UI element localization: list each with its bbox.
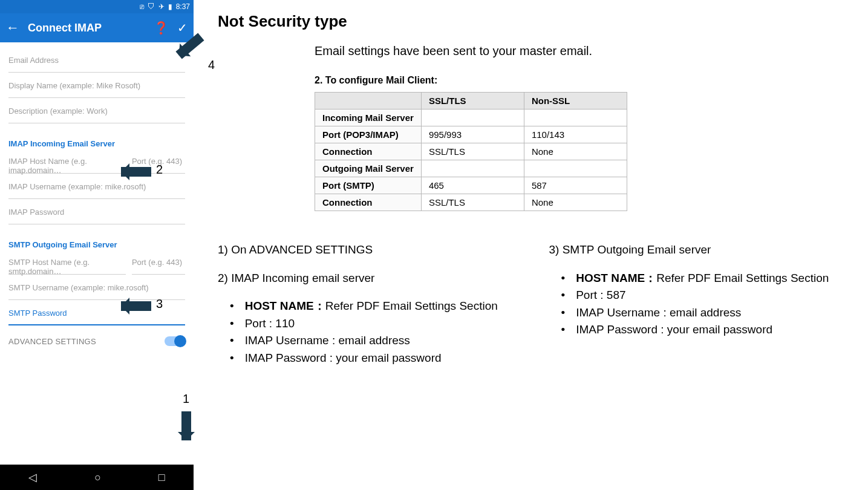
app-bar: ← Connect IMAP ❓ ✓ xyxy=(0,13,194,42)
instructions-right: 3) SMTP Outgoing Email server HOST NAME：… xyxy=(549,241,863,367)
nav-back-icon[interactable]: ◁ xyxy=(28,471,37,484)
row-label: Port (POP3/IMAP) xyxy=(315,126,422,143)
row-nonssl: 110/143 xyxy=(524,126,627,143)
table-row: Outgoing Mail Server xyxy=(315,160,627,177)
list-item: IMAP Username : email address xyxy=(230,332,531,350)
row-ssl: SSL/TLS xyxy=(421,194,524,211)
smtp-section-label: SMTP Outgoing Email Server xyxy=(8,240,185,249)
instructions-left: 1) On ADVANCED SETTINGS 2) IMAP Incoming… xyxy=(218,241,531,367)
list-item: HOST NAME：Refer PDF Email Settings Secti… xyxy=(561,270,863,287)
annot-num-1: 1 xyxy=(183,392,189,406)
table-row: Incoming Mail Server xyxy=(315,109,627,126)
step-3: 3) SMTP Outgoing Email server xyxy=(549,241,863,259)
list-item: IMAP Password : your email password xyxy=(230,350,531,367)
row-ssl: SSL/TLS xyxy=(421,143,524,160)
annot-num-4: 4 xyxy=(208,58,215,72)
imap-password-field[interactable]: IMAP Password xyxy=(8,199,185,224)
table-row: Port (SMTP)465587 xyxy=(315,177,627,194)
th-ssl: SSL/TLS xyxy=(421,93,524,109)
list-item: Port : 110 xyxy=(230,315,531,333)
row-nonssl: 587 xyxy=(524,177,627,194)
doc-body: Not Security type Email settings have be… xyxy=(218,12,862,367)
nav-recent-icon[interactable]: □ xyxy=(158,471,165,484)
android-phone-mock: ⎚ ⛉ ✈ ▮ 8:37 ← Connect IMAP ❓ ✓ Email Ad… xyxy=(0,0,194,490)
step-2: 2) IMAP Incoming email server xyxy=(218,270,531,287)
annot-num-2: 2 xyxy=(156,163,163,177)
row-nonssl xyxy=(524,109,627,126)
th-nonssl: Non-SSL xyxy=(524,93,627,109)
row-label: Incoming Mail Server xyxy=(315,109,422,126)
row-ssl: 995/993 xyxy=(421,126,524,143)
airplane-icon: ✈ xyxy=(158,2,165,11)
row-nonssl: None xyxy=(524,143,627,160)
row-ssl xyxy=(421,160,524,177)
row-label: Port (SMTP) xyxy=(315,177,422,194)
list-item: IMAP Username : email address xyxy=(561,304,863,322)
config-title: 2. To configure Mail Client: xyxy=(315,75,862,86)
right-bullets: HOST NAME：Refer PDF Email Settings Secti… xyxy=(549,270,863,339)
imap-section-label: IMAP Incoming Email Server xyxy=(8,139,185,148)
doc-subtitle: Email settings have been sent to your ma… xyxy=(315,44,862,58)
row-label: Outgoing Mail Server xyxy=(315,160,422,177)
row-nonssl: None xyxy=(524,194,627,211)
annot-num-3: 3 xyxy=(156,297,163,311)
email-field[interactable]: Email Address xyxy=(8,47,185,73)
table-row: Port (POP3/IMAP)995/993110/143 xyxy=(315,126,627,143)
advanced-settings-label: ADVANCED SETTINGS xyxy=(8,337,96,346)
status-bar: ⎚ ⛉ ✈ ▮ 8:37 xyxy=(0,0,194,13)
step-1: 1) On ADVANCED SETTINGS xyxy=(218,241,531,259)
confirm-icon[interactable]: ✓ xyxy=(177,21,188,35)
table-row: ConnectionSSL/TLSNone xyxy=(315,194,627,211)
row-nonssl xyxy=(524,160,627,177)
annot-arrow-3 xyxy=(121,301,151,311)
back-icon[interactable]: ← xyxy=(6,20,19,36)
row-ssl xyxy=(421,109,524,126)
cast-icon: ⎚ xyxy=(140,2,144,11)
description-field[interactable]: Description (example: Work) xyxy=(8,98,185,123)
page-title: Connect IMAP xyxy=(28,22,145,34)
android-nav-bar: ◁ ○ □ xyxy=(0,465,194,490)
imap-username-field[interactable]: IMAP Username (example: mike.rosoft) xyxy=(8,174,185,199)
th-blank xyxy=(315,93,422,109)
smtp-port-field[interactable]: Port (e.g. 443) xyxy=(132,249,185,275)
row-label: Connection xyxy=(315,194,422,211)
form: Email Address Display Name (example: Mik… xyxy=(0,42,194,325)
help-icon[interactable]: ❓ xyxy=(154,21,169,35)
annot-arrow-2 xyxy=(121,167,151,177)
imap-host-field[interactable]: IMAP Host Name (e.g. imap.domain… xyxy=(8,148,126,174)
left-bullets: HOST NAME：Refer PDF Email Settings Secti… xyxy=(218,298,531,367)
battery-icon: ▮ xyxy=(168,2,172,11)
list-item: IMAP Password : your email password xyxy=(561,321,863,339)
annot-arrow-1 xyxy=(181,411,191,440)
smtp-host-field[interactable]: SMTP Host Name (e.g. smtp.domain… xyxy=(8,249,126,275)
smtp-username-field[interactable]: SMTP Username (example: mike.rosoft) xyxy=(8,275,185,300)
config-table: SSL/TLS Non-SSL Incoming Mail ServerPort… xyxy=(315,92,627,211)
nav-home-icon[interactable]: ○ xyxy=(94,471,101,484)
wifi-icon: ⛉ xyxy=(148,2,155,11)
advanced-settings-row: ADVANCED SETTINGS xyxy=(0,325,194,354)
clock: 8:37 xyxy=(176,2,190,11)
table-row: ConnectionSSL/TLSNone xyxy=(315,143,627,160)
list-item: Port : 587 xyxy=(561,287,863,304)
row-label: Connection xyxy=(315,143,422,160)
list-item: HOST NAME：Refer PDF Email Settings Secti… xyxy=(230,298,531,315)
advanced-settings-toggle[interactable] xyxy=(165,336,185,346)
display-name-field[interactable]: Display Name (example: Mike Rosoft) xyxy=(8,73,185,98)
row-ssl: 465 xyxy=(421,177,524,194)
doc-title: Not Security type xyxy=(218,12,862,31)
